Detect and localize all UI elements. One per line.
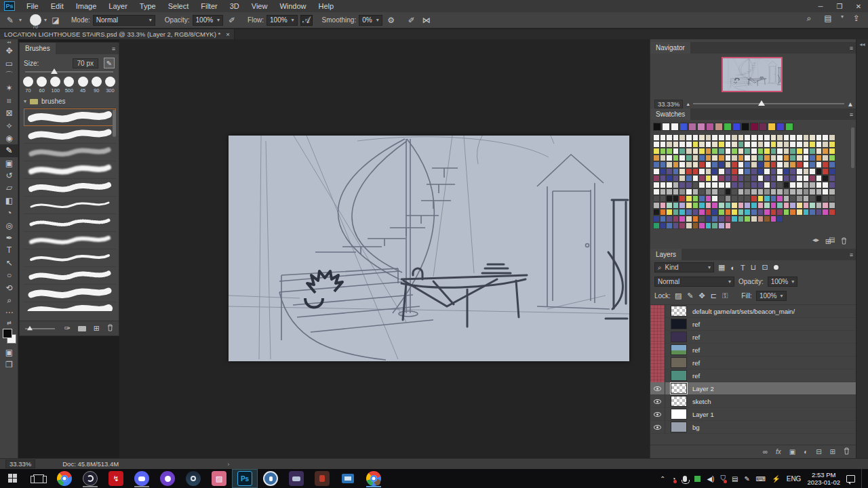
swatch[interactable] — [738, 175, 745, 182]
marquee-tool[interactable]: ▭ — [0, 57, 18, 69]
hidden-icons-chevron[interactable]: ⌃ — [660, 475, 665, 483]
layer-row-ref[interactable]: ref — [650, 318, 856, 331]
swatch[interactable] — [711, 148, 718, 155]
swatch[interactable] — [796, 148, 803, 155]
swatch[interactable] — [738, 141, 745, 148]
swatch[interactable] — [718, 134, 725, 141]
swatch[interactable] — [744, 188, 751, 195]
swatch[interactable] — [809, 141, 816, 148]
layer-visibility-toggle[interactable] — [650, 395, 665, 408]
layer-opacity-dropdown[interactable]: 100%▾ — [768, 277, 798, 287]
swatch[interactable] — [660, 175, 667, 182]
swatch[interactable] — [673, 175, 679, 182]
swatch[interactable] — [653, 182, 660, 188]
swatch[interactable] — [718, 209, 725, 216]
stroke-list-scrollbar[interactable] — [113, 110, 116, 137]
swatch[interactable] — [816, 175, 823, 182]
recent-swatch-4[interactable] — [679, 123, 688, 131]
swatch[interactable] — [666, 161, 673, 168]
clock[interactable]: 2:53 PM 2023-01-02 — [807, 471, 840, 487]
layer-filter-kind-dropdown[interactable]: ⌕ Kind ▾ — [654, 262, 714, 272]
swatch[interactable] — [809, 155, 816, 161]
smoothing-gear-icon[interactable]: ⚙ — [385, 16, 397, 25]
swatch[interactable] — [718, 216, 725, 222]
swatch[interactable] — [764, 209, 770, 216]
delete-brush-icon[interactable] — [107, 324, 113, 333]
swatch[interactable] — [725, 195, 732, 202]
swatch[interactable] — [725, 188, 732, 195]
taskbar-github-button[interactable] — [155, 469, 180, 488]
menu-window[interactable]: Window — [273, 2, 312, 10]
swatch[interactable] — [776, 161, 783, 168]
swatch[interactable] — [660, 195, 667, 202]
swatch[interactable] — [822, 134, 829, 141]
swatch[interactable] — [692, 155, 699, 161]
swatch[interactable] — [686, 148, 692, 155]
eyedropper-tool[interactable]: ✧ — [0, 119, 18, 131]
swatch[interactable] — [653, 161, 660, 168]
swatch[interactable] — [764, 188, 770, 195]
brush-stroke-3[interactable] — [24, 144, 116, 161]
path-select-tool[interactable]: ↖ — [0, 257, 18, 269]
swatch[interactable] — [776, 175, 783, 182]
swatch[interactable] — [816, 161, 823, 168]
layer-visibility-toggle[interactable] — [650, 344, 665, 357]
filter-smart-objects-icon[interactable]: ⊡ — [762, 263, 768, 272]
swatch[interactable] — [686, 134, 692, 141]
taskbar-steam-button[interactable] — [180, 469, 206, 488]
swatch[interactable] — [653, 195, 660, 202]
lock-all-icon[interactable]: ⚿ — [722, 291, 728, 300]
swatch[interactable] — [673, 222, 679, 229]
layer-row-sketch[interactable]: sketch — [650, 395, 856, 408]
swatch[interactable] — [783, 134, 790, 141]
swatch[interactable] — [776, 209, 783, 216]
swatch[interactable] — [751, 155, 757, 161]
swatch[interactable] — [744, 182, 751, 188]
action-center-icon[interactable] — [846, 475, 855, 483]
brush-preset-90[interactable]: 90 — [91, 77, 102, 94]
swatch[interactable] — [789, 134, 796, 141]
swatch[interactable] — [829, 155, 835, 161]
lock-move-icon[interactable]: ✥ — [699, 291, 705, 300]
swatch[interactable] — [829, 195, 835, 202]
swatch[interactable] — [796, 141, 803, 148]
size-slider-thumb[interactable] — [51, 68, 58, 74]
swatch[interactable] — [718, 161, 725, 168]
swatch[interactable] — [789, 195, 796, 202]
navigator-zoom-value[interactable]: 33.33% — [654, 100, 683, 108]
size-value[interactable]: 70 px — [73, 58, 98, 68]
swatch[interactable] — [705, 202, 712, 209]
swatch[interactable] — [738, 209, 745, 216]
navigator-thumbnail[interactable] — [722, 57, 783, 92]
swatch[interactable] — [809, 168, 816, 175]
swatch[interactable] — [679, 141, 686, 148]
menu-type[interactable]: Type — [134, 2, 162, 10]
swatch[interactable] — [705, 216, 712, 222]
shape-tool[interactable]: ○ — [0, 269, 18, 281]
recent-swatch-5[interactable] — [688, 123, 696, 131]
swatch[interactable] — [751, 134, 757, 141]
swatch[interactable] — [666, 175, 673, 182]
tray-clipboard-icon[interactable]: ▤ — [732, 475, 738, 483]
crop-tool[interactable]: ⌗ — [0, 95, 18, 107]
tray-volume-icon[interactable]: ◀) — [707, 475, 714, 483]
swatch[interactable] — [711, 141, 718, 148]
swatch[interactable] — [770, 148, 777, 155]
brush-edit-icon[interactable]: ✎ — [104, 58, 115, 68]
swatch[interactable] — [686, 209, 692, 216]
brush-tool[interactable]: ✎ — [0, 144, 18, 157]
swatch[interactable] — [803, 195, 810, 202]
swatch[interactable] — [744, 202, 751, 209]
swatch[interactable] — [783, 148, 790, 155]
swatch[interactable] — [783, 168, 790, 175]
tray-defender-icon[interactable]: ⛉ — [720, 474, 726, 483]
collapse-panels-icon[interactable]: ◂▸ — [812, 236, 819, 243]
swatch[interactable] — [711, 182, 718, 188]
swatch[interactable] — [764, 148, 770, 155]
swatch[interactable] — [679, 216, 686, 222]
symmetry-icon[interactable]: ⋈ — [420, 16, 433, 25]
swatch[interactable] — [744, 141, 751, 148]
share-icon[interactable]: ⇪ — [850, 14, 863, 23]
swatch[interactable] — [705, 175, 712, 182]
swatch[interactable] — [776, 148, 783, 155]
